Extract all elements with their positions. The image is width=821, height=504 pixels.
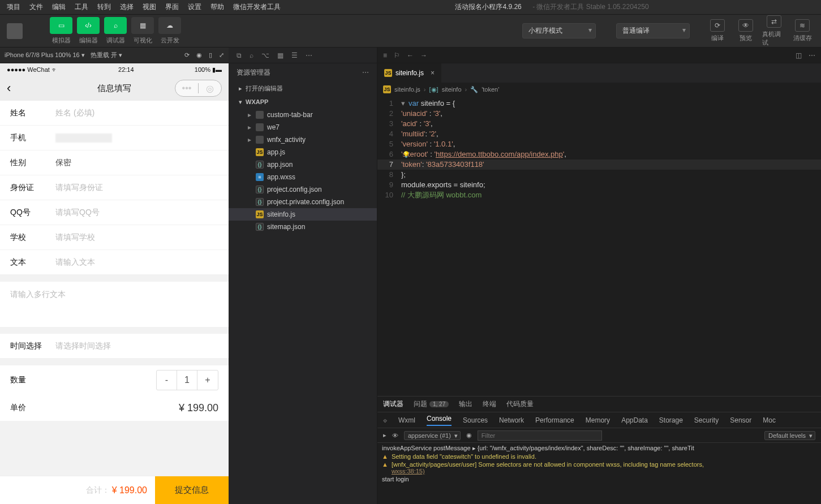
- menu-item[interactable]: 编辑: [48, 2, 70, 12]
- phone-input[interactable]: [55, 133, 112, 143]
- warning-icon: ▲: [382, 453, 388, 460]
- tree-item[interactable]: ▸we7: [229, 121, 377, 133]
- preview-button[interactable]: 👁: [738, 19, 753, 32]
- devtool-tab[interactable]: Wxml: [398, 416, 415, 424]
- devtool-tab[interactable]: Moc: [763, 416, 776, 424]
- explorer-more-icon[interactable]: ⋯: [362, 68, 369, 76]
- menu-item[interactable]: 文件: [25, 2, 48, 12]
- devtool-tab[interactable]: Network: [499, 416, 524, 424]
- tree-item-label: project.private.config.json: [267, 198, 344, 206]
- menu-item[interactable]: 帮助: [206, 2, 229, 12]
- tree-item[interactable]: {}project.private.config.json: [229, 196, 377, 208]
- opened-editors-header[interactable]: ▸打开的编辑器: [229, 81, 377, 95]
- device-select[interactable]: iPhone 6/7/8 Plus 100% 16 ▾: [5, 51, 85, 59]
- tree-item[interactable]: ≡app.wxss: [229, 171, 377, 183]
- levels-select[interactable]: Default levels: [764, 431, 815, 440]
- compile-mode-dropdown[interactable]: 普通编译: [616, 23, 690, 38]
- wifi-icon: ᯤ: [51, 66, 58, 73]
- qty-minus[interactable]: -: [157, 371, 177, 390]
- unit-price: ¥ 199.00: [179, 402, 218, 414]
- tree-item[interactable]: {}project.config.json: [229, 183, 377, 196]
- clear-cache-button[interactable]: ≋: [795, 19, 810, 32]
- school-input[interactable]: 请填写学校: [55, 232, 218, 243]
- ed-split-icon[interactable]: ◫: [796, 51, 802, 59]
- devtool-tab[interactable]: Performance: [535, 416, 574, 424]
- explorer-toolbar: ⧉ ⌕ ⌥ ▦ ☰ ⋯: [229, 48, 377, 63]
- bug-icon[interactable]: ☰: [291, 51, 298, 59]
- console-live-icon[interactable]: ◉: [466, 432, 472, 439]
- tab-siteinfo[interactable]: JS siteinfo.js ×: [377, 63, 442, 83]
- text-input[interactable]: 请输入文本: [55, 257, 218, 268]
- dbg-tab[interactable]: 代码质量: [506, 399, 534, 409]
- console-pick-icon[interactable]: ▸: [383, 432, 386, 439]
- tree-item[interactable]: JSsiteinfo.js: [229, 208, 377, 221]
- textarea-input[interactable]: 请输入多行文本: [0, 282, 229, 327]
- submit-button[interactable]: 提交信息: [155, 476, 229, 504]
- search-icon[interactable]: ⌕: [250, 51, 253, 59]
- devtool-tab[interactable]: AppData: [621, 416, 648, 424]
- devtool-tab[interactable]: Sensor: [730, 416, 751, 424]
- files-icon[interactable]: ⧉: [237, 51, 242, 59]
- tree-item[interactable]: {}app.json: [229, 158, 377, 171]
- console-output[interactable]: invokeAppService postMessage ▸ {url: "/w…: [377, 443, 821, 504]
- ed-bookmark-icon[interactable]: ⚐: [394, 51, 400, 59]
- devtool-tab[interactable]: Security: [694, 416, 719, 424]
- debugger-button[interactable]: ⌕: [104, 17, 127, 34]
- dbg-tab[interactable]: 输出: [459, 399, 472, 409]
- tree-item[interactable]: ▸wnfx_activity: [229, 133, 377, 146]
- filter-input[interactable]: [478, 430, 602, 441]
- tree-item[interactable]: JSapp.js: [229, 146, 377, 158]
- ed-back-icon[interactable]: ←: [407, 51, 414, 59]
- simulator-button[interactable]: ▭: [50, 17, 72, 34]
- gender-select[interactable]: 保密: [55, 158, 218, 168]
- ext-icon[interactable]: ▦: [277, 51, 283, 59]
- name-input[interactable]: 姓名 (必填): [55, 108, 218, 118]
- menu-item[interactable]: 选择: [115, 2, 138, 12]
- devtool-tab[interactable]: Storage: [659, 416, 683, 424]
- dbg-tab[interactable]: 终端: [483, 399, 496, 409]
- ed-fwd-icon[interactable]: →: [420, 51, 427, 59]
- compile-button[interactable]: ⟳: [710, 19, 725, 32]
- editor-button[interactable]: ‹/›: [77, 17, 100, 34]
- refresh-icon[interactable]: ⟳: [184, 51, 190, 59]
- time-select[interactable]: 请选择时间选择: [55, 341, 218, 351]
- menu-item[interactable]: 微信开发者工具: [229, 2, 285, 12]
- id-input[interactable]: 请填写身份证: [55, 183, 218, 193]
- remote-debug-button[interactable]: ⇄: [767, 15, 781, 28]
- qq-input[interactable]: 请填写QQ号: [55, 208, 218, 218]
- devtool-tab[interactable]: Console: [427, 415, 452, 426]
- root-header[interactable]: ▾WXAPP: [229, 95, 377, 109]
- visualize-button[interactable]: ▦: [131, 17, 154, 34]
- more-icon[interactable]: ⋯: [306, 51, 312, 59]
- tree-item[interactable]: ▸custom-tab-bar: [229, 109, 377, 121]
- context-select[interactable]: appservice (#1): [404, 431, 461, 440]
- menu-item[interactable]: 设置: [183, 2, 206, 12]
- qty-plus[interactable]: +: [197, 371, 218, 390]
- reload-toggle[interactable]: 热重载 开 ▾: [91, 51, 122, 59]
- menu-item[interactable]: 转到: [93, 2, 115, 12]
- console-eye-icon[interactable]: 👁: [392, 432, 398, 439]
- devtool-tab[interactable]: Memory: [586, 416, 610, 424]
- devtool-tab[interactable]: Sources: [463, 416, 488, 424]
- tree-item[interactable]: {}sitemap.json: [229, 221, 377, 233]
- mode-dropdown[interactable]: 小程序模式: [522, 23, 596, 38]
- record-icon[interactable]: ◉: [196, 51, 202, 59]
- code-editor[interactable]: 1▾var siteinfo = {2 'uniacid' : '3',3 'a…: [377, 96, 821, 396]
- expand-icon[interactable]: ⤢: [219, 51, 224, 59]
- close-tab-icon[interactable]: ×: [431, 69, 435, 77]
- cloud-button[interactable]: ☁: [158, 17, 181, 34]
- qty-value[interactable]: 1: [177, 371, 197, 390]
- dbg-tab[interactable]: 问题1, 27: [414, 399, 449, 409]
- js-file-icon: JS: [256, 210, 264, 218]
- breadcrumb[interactable]: JS siteinfo.js› [◉]siteinfo› 🔧'token': [377, 83, 821, 96]
- dbg-elem-icon[interactable]: ⟐: [383, 416, 387, 424]
- dbg-tab[interactable]: 调试器: [383, 399, 403, 409]
- device-icon[interactable]: ▯: [209, 51, 212, 59]
- ed-nav-icon[interactable]: ≡: [383, 51, 387, 59]
- menu-item[interactable]: 界面: [161, 2, 183, 12]
- menu-item[interactable]: 视图: [138, 2, 161, 12]
- menu-item[interactable]: 工具: [70, 2, 93, 12]
- branch-icon[interactable]: ⌥: [261, 51, 269, 59]
- menu-item[interactable]: 项目: [2, 2, 25, 12]
- ed-more-icon[interactable]: ⋯: [809, 51, 815, 59]
